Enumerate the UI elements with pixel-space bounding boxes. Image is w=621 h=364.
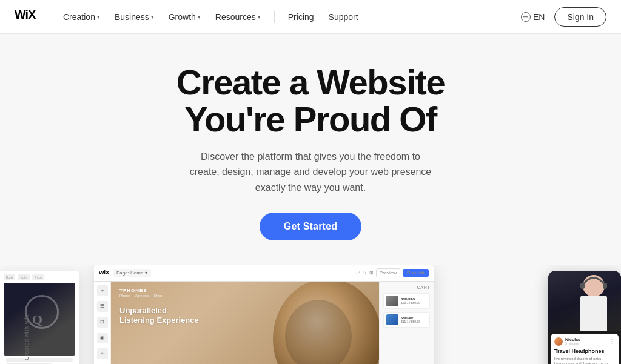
get-started-button[interactable]: Get Started (260, 213, 361, 240)
editor-logo: WiX (99, 270, 109, 276)
language-selector[interactable]: EN (521, 12, 545, 22)
nav-item-creation[interactable]: Creation ▾ (57, 8, 106, 25)
panel-item-1: SND-PRO $99.1 / $59.00 (383, 293, 430, 309)
nav-item-growth[interactable]: Growth ▾ (163, 8, 207, 25)
created-with-wix-label: Created with Wix (24, 314, 30, 360)
hero-title: Create a Website You're Proud Of (12, 64, 609, 138)
editor-sidebar: ＋ ☰ ⊞ ◉ ≡ (94, 282, 111, 364)
editor-canvas: TPHONES Phone Wireless Shop Unparalleled… (111, 282, 379, 364)
editor-mockup: WiX Page: Home ▾ ↩ ↪ ⊞ Preview Publish ＋… (94, 265, 434, 364)
headphone-image (264, 282, 379, 364)
nav-item-business[interactable]: Business ▾ (109, 8, 160, 25)
zoom-icon[interactable]: ⊞ (369, 270, 374, 276)
avatar (554, 337, 563, 346)
nav-right: EN Sign In (521, 7, 606, 27)
hero-subtitle: Discover the platform that gives you the… (189, 149, 432, 196)
sidebar-app-icon[interactable]: ◉ (97, 333, 108, 343)
sidebar-pages-icon[interactable]: ☰ (97, 301, 108, 312)
svg-text:Q: Q (32, 312, 42, 327)
undo-icon[interactable]: ↩ (356, 270, 360, 276)
chevron-down-icon: ▾ (258, 14, 261, 20)
nav-item-resources[interactable]: Resources ▾ (209, 8, 267, 25)
nav-item-support[interactable]: Support (323, 8, 364, 25)
more-options-icon[interactable]: ⋮ (609, 338, 615, 345)
navbar: WiX Creation ▾ Business ▾ Growth ▾ Resou… (0, 0, 621, 34)
mobile-review-card: Nicolas 5 minutes ⋮ Travel Headphones I'… (551, 334, 619, 364)
nav-links: Creation ▾ Business ▾ Growth ▾ Resources… (57, 8, 521, 25)
canvas-nav: Phone Wireless Shop (119, 294, 162, 297)
editor-breadcrumb[interactable]: Page: Home ▾ (113, 269, 151, 277)
chevron-down-icon: ▾ (198, 14, 201, 20)
publish-button[interactable]: Publish (403, 269, 429, 277)
svg-rect-7 (580, 283, 585, 289)
nav-item-pricing[interactable]: Pricing (282, 8, 320, 25)
sidebar-layers-icon[interactable]: ≡ (97, 348, 108, 359)
mobile-mockup: Nicolas 5 minutes ⋮ Travel Headphones I'… (548, 271, 621, 364)
canvas-brand-label: TPHONES (119, 288, 147, 293)
mobile-card-text: I've reviewed dozens of pairs headphones… (554, 356, 615, 364)
mockup-section: Created with Wix Body Color Price Q ⚙ ✎ (0, 265, 621, 364)
nav-separator (274, 11, 275, 23)
hero-section: Create a Website You're Proud Of Discove… (0, 34, 621, 259)
panel-header: CART (383, 285, 430, 290)
sidebar-add-icon[interactable]: ＋ (97, 285, 108, 296)
mobile-top-image (548, 271, 621, 331)
wix-logo[interactable]: WiX (15, 8, 40, 25)
globe-icon (521, 12, 531, 22)
sidebar-media-icon[interactable]: ⊞ (97, 317, 108, 328)
panel-item-2: SND-402 $11.1 / $59.96 (383, 312, 430, 328)
chevron-down-icon: ▾ (151, 14, 154, 20)
redo-icon[interactable]: ↪ (363, 270, 367, 276)
editor-toolbar: WiX Page: Home ▾ ↩ ↪ ⊞ Preview Publish (94, 265, 434, 282)
mobile-card-title: Travel Headphones (554, 348, 615, 354)
editor-panel: CART SND-PRO $99.1 / $59.00 SND-402 $11.… (379, 282, 434, 364)
svg-rect-6 (580, 296, 607, 331)
left-mockup: Body Color Price Q ⚙ ✎ ↗ (0, 271, 79, 364)
svg-rect-8 (603, 283, 607, 289)
canvas-headline: Unparalleled Listening Experience (119, 306, 199, 326)
sign-in-button[interactable]: Sign In (554, 7, 606, 27)
left-mockup-image: Q (4, 283, 75, 356)
preview-button[interactable]: Preview (376, 268, 400, 277)
chevron-down-icon: ▾ (97, 14, 100, 20)
svg-text:WiX: WiX (15, 8, 36, 21)
